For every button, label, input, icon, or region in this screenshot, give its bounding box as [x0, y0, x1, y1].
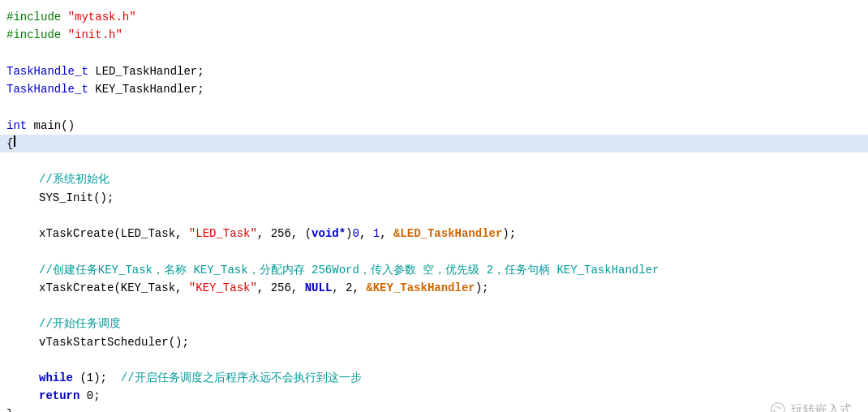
code-line-1: #include "mytask.h" [0, 8, 868, 26]
code-line-10: //系统初始化 [0, 170, 868, 188]
code-line-14 [0, 243, 868, 261]
cursor [14, 135, 15, 147]
code-line-5: TaskHandle_t KEY_TaskHandler; [0, 80, 868, 98]
code-line-19: vTaskStartScheduler(); [0, 333, 868, 351]
code-line-11: SYS_Init(); [0, 189, 868, 207]
code-line-2: #include "init.h" [0, 26, 868, 44]
code-line-21: while (1); //开启任务调度之后程序永远不会执行到这一步 [0, 369, 868, 387]
watermark-text: 玩转嵌入式 [791, 400, 852, 412]
code-container: #include "mytask.h" #include "init.h" Ta… [0, 0, 868, 412]
include-keyword: #include [6, 8, 61, 26]
code-line-18: //开始任务调度 [0, 315, 868, 333]
code-line-15: //创建任务KEY_Task，名称 KEY_Task，分配内存 256Word，… [0, 261, 868, 279]
code-line-13: xTaskCreate(LED_Task, "LED_Task", 256, (… [0, 225, 868, 242]
include-keyword-2: #include [6, 26, 61, 44]
code-line-7: int main() [0, 117, 868, 135]
code-line-20 [0, 351, 868, 369]
code-line-17 [0, 297, 868, 315]
watermark-icon [769, 401, 787, 412]
code-line-4: TaskHandle_t LED_TaskHandler; [0, 62, 868, 80]
watermark: 玩转嵌入式 [769, 400, 852, 412]
code-line-9 [0, 152, 868, 170]
code-line-23: } [0, 406, 868, 412]
code-line-22: return 0; [0, 387, 868, 405]
code-line-6 [0, 99, 868, 117]
code-line-16: xTaskCreate(KEY_Task, "KEY_Task", 256, N… [0, 279, 868, 297]
code-line-12 [0, 207, 868, 225]
code-line-3 [0, 45, 868, 62]
code-line-8: { [0, 135, 868, 152]
